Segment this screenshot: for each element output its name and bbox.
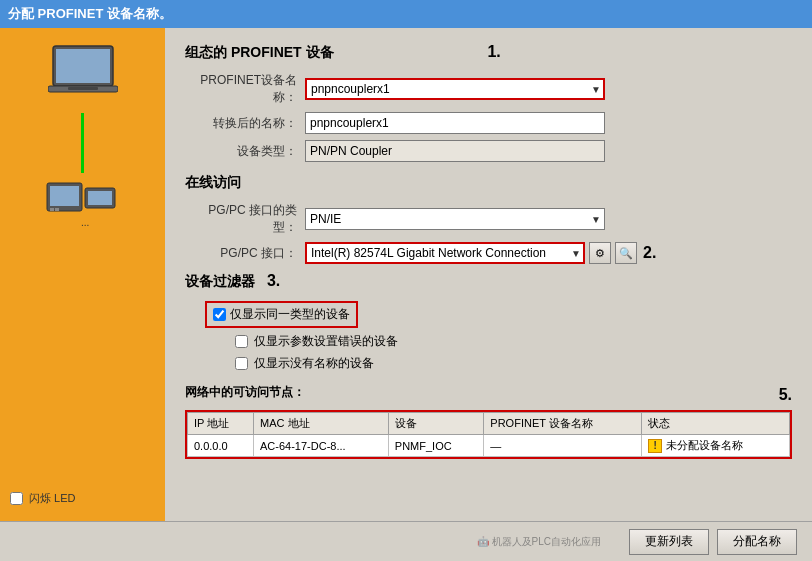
status-text: 未分配设备名称 bbox=[666, 438, 743, 453]
number-badge-2: 2. bbox=[643, 244, 656, 262]
network-table-wrapper: IP 地址 MAC 地址 设备 PROFINET 设备名称 状态 0.0.0.0… bbox=[185, 410, 792, 459]
right-panel: 组态的 PROFINET 设备 1. PROFINET设备名称： pnpncou… bbox=[165, 28, 812, 521]
cell-device: PNMF_IOC bbox=[388, 435, 484, 457]
pgpc-type-row: PG/PC 接口的类型： PN/IE ▼ bbox=[185, 202, 792, 236]
device-name-select-wrapper: pnpncouplerx1 ▼ bbox=[305, 78, 605, 100]
pgpc-type-label: PG/PC 接口的类型： bbox=[185, 202, 305, 236]
converted-name-input[interactable] bbox=[305, 112, 605, 134]
table-header-row: IP 地址 MAC 地址 设备 PROFINET 设备名称 状态 bbox=[188, 413, 790, 435]
svg-text:...: ... bbox=[81, 217, 89, 228]
device-type-label: 设备类型： bbox=[185, 143, 305, 160]
cell-profinet-name: — bbox=[484, 435, 642, 457]
profinet-section-title: 组态的 PROFINET 设备 1. bbox=[185, 43, 792, 62]
bottom-bar: 🤖 机器人及PLC自动化应用 更新列表 分配名称 bbox=[0, 521, 812, 561]
pgpc-type-select[interactable]: PN/IE bbox=[305, 208, 605, 230]
col-device: 设备 bbox=[388, 413, 484, 435]
table-row[interactable]: 0.0.0.0 AC-64-17-DC-8... PNMF_IOC — ! 未分… bbox=[188, 435, 790, 457]
converted-name-row: 转换后的名称： bbox=[185, 112, 792, 134]
filter1-highlighted-box: 仅显示同一类型的设备 bbox=[205, 301, 358, 328]
watermark: 🤖 机器人及PLC自动化应用 bbox=[477, 535, 601, 549]
device-name-select[interactable]: pnpncouplerx1 bbox=[305, 78, 605, 100]
filter-checkboxes: 仅显示同一类型的设备 仅显示参数设置错误的设备 仅显示没有名称的设备 bbox=[185, 301, 792, 372]
title-bar: 分配 PROFINET 设备名称。 bbox=[0, 0, 812, 28]
filter3-label: 仅显示没有名称的设备 bbox=[254, 355, 374, 372]
filter2-row: 仅显示参数设置错误的设备 bbox=[205, 333, 792, 350]
network-table-section: 网络中的可访问节点： 5. IP 地址 MAC 地址 设备 PROFINET 设… bbox=[185, 384, 792, 459]
search-icon-btn[interactable]: 🔍 bbox=[615, 242, 637, 264]
led-checkbox[interactable] bbox=[10, 492, 23, 505]
led-row: 闪烁 LED bbox=[10, 491, 75, 506]
warning-icon: ! bbox=[648, 439, 662, 453]
filter-section-title: 设备过滤器 3. bbox=[185, 272, 792, 291]
pgpc-port-select-wrapper: Intel(R) 82574L Gigabit Network Connecti… bbox=[305, 242, 585, 264]
device-type-input bbox=[305, 140, 605, 162]
filter3-row: 仅显示没有名称的设备 bbox=[205, 355, 792, 372]
filter1-label: 仅显示同一类型的设备 bbox=[230, 306, 350, 323]
online-section: 在线访问 PG/PC 接口的类型： PN/IE ▼ PG/PC 接口： Inte… bbox=[185, 174, 792, 264]
device-name-label: PROFINET设备名称： bbox=[185, 72, 305, 106]
cell-mac: AC-64-17-DC-8... bbox=[254, 435, 389, 457]
laptop-icon bbox=[48, 43, 118, 98]
col-ip: IP 地址 bbox=[188, 413, 254, 435]
refresh-button[interactable]: 更新列表 bbox=[629, 529, 709, 555]
device-icon: ... bbox=[45, 178, 120, 233]
status-warning: ! 未分配设备名称 bbox=[648, 438, 783, 453]
filter2-label: 仅显示参数设置错误的设备 bbox=[254, 333, 398, 350]
svg-rect-9 bbox=[88, 191, 112, 205]
pgpc-port-select[interactable]: Intel(R) 82574L Gigabit Network Connecti… bbox=[305, 242, 585, 264]
svg-rect-1 bbox=[56, 49, 110, 83]
svg-rect-7 bbox=[55, 208, 59, 211]
assign-button[interactable]: 分配名称 bbox=[717, 529, 797, 555]
device-type-row: 设备类型： bbox=[185, 140, 792, 162]
cell-status: ! 未分配设备名称 bbox=[642, 435, 790, 457]
filter1-checkbox[interactable] bbox=[213, 308, 226, 321]
filter3-checkbox[interactable] bbox=[235, 357, 248, 370]
filter2-checkbox[interactable] bbox=[235, 335, 248, 348]
filter-section: 设备过滤器 3. 仅显示同一类型的设备 仅显示参数设置错误的设备 仅显示没有名称… bbox=[185, 272, 792, 372]
svg-rect-6 bbox=[50, 208, 54, 211]
number-badge-5: 5. bbox=[779, 386, 792, 404]
cell-ip: 0.0.0.0 bbox=[188, 435, 254, 457]
settings-icon-btn[interactable]: ⚙ bbox=[589, 242, 611, 264]
network-table: IP 地址 MAC 地址 设备 PROFINET 设备名称 状态 0.0.0.0… bbox=[187, 412, 790, 457]
number-badge-1: 1. bbox=[487, 43, 500, 60]
led-label: 闪烁 LED bbox=[29, 491, 75, 506]
device-name-row: PROFINET设备名称： pnpncouplerx1 ▼ bbox=[185, 72, 792, 106]
left-panel: ... 闪烁 LED bbox=[0, 28, 165, 521]
filter1-row: 仅显示同一类型的设备 bbox=[205, 301, 792, 328]
pgpc-port-row: PG/PC 接口： Intel(R) 82574L Gigabit Networ… bbox=[185, 242, 792, 264]
title-text: 分配 PROFINET 设备名称。 bbox=[8, 5, 172, 23]
col-status: 状态 bbox=[642, 413, 790, 435]
svg-rect-3 bbox=[68, 87, 98, 90]
number-badge-3: 3. bbox=[267, 272, 280, 289]
svg-rect-5 bbox=[50, 186, 79, 206]
connection-line bbox=[81, 113, 84, 173]
converted-name-label: 转换后的名称： bbox=[185, 115, 305, 132]
col-mac: MAC 地址 bbox=[254, 413, 389, 435]
pgpc-type-select-wrapper: PN/IE ▼ bbox=[305, 208, 605, 230]
online-section-title: 在线访问 bbox=[185, 174, 792, 192]
network-table-title: 网络中的可访问节点： bbox=[185, 384, 305, 401]
pgpc-port-label: PG/PC 接口： bbox=[185, 245, 305, 262]
col-profinet-name: PROFINET 设备名称 bbox=[484, 413, 642, 435]
